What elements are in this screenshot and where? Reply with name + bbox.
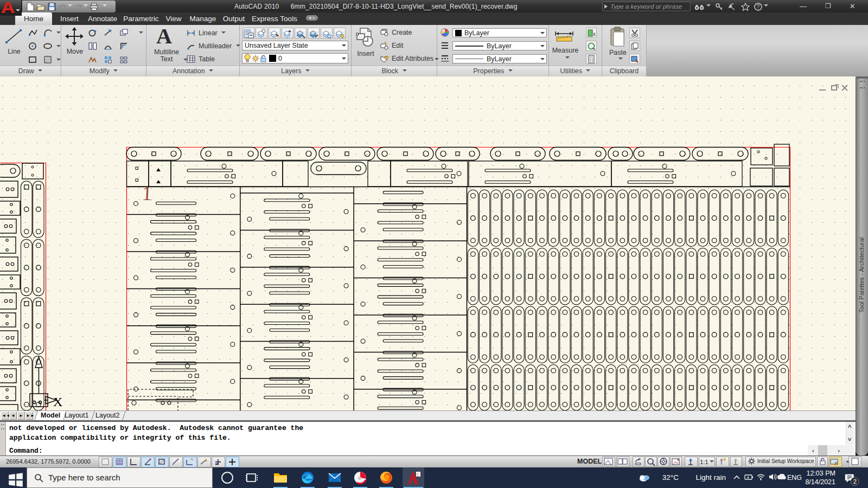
svg-text:X: X	[53, 395, 62, 409]
svg-text:2: 2	[853, 478, 857, 485]
svg-text:10: 10	[417, 474, 419, 477]
svg-text:1: 1	[142, 182, 153, 204]
svg-text:?: ?	[757, 4, 760, 10]
